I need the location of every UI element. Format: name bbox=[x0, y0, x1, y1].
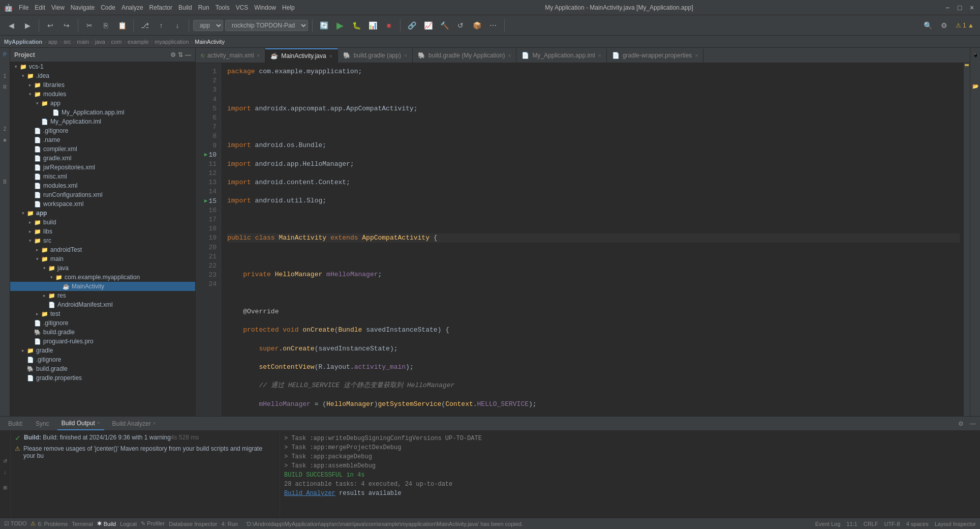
tree-item-app-idea[interactable]: ▾ 📁 app bbox=[10, 99, 195, 108]
status-position[interactable]: 11:1 bbox=[846, 521, 857, 527]
pull-button[interactable]: ↓ bbox=[170, 18, 185, 33]
scroll-end-button[interactable]: ↓ bbox=[1, 468, 9, 477]
menu-build[interactable]: Build bbox=[178, 4, 192, 11]
menu-vcs[interactable]: VCS bbox=[236, 4, 249, 11]
tree-item-root-build[interactable]: ▸ 🐘 build.gradle bbox=[10, 364, 195, 373]
status-problems[interactable]: ⚠ 6: Problems bbox=[30, 520, 68, 527]
tree-item-android-manifest[interactable]: ▸ 📄 AndroidManifest.xml bbox=[10, 300, 195, 309]
build-variants-icon[interactable]: B bbox=[1, 177, 10, 186]
coverage-button[interactable]: 📈 bbox=[421, 18, 435, 33]
tree-item-name[interactable]: ▸ 📄 .name bbox=[10, 135, 195, 144]
forward-button[interactable]: ▶ bbox=[20, 18, 35, 33]
menu-refactor[interactable]: Refactor bbox=[149, 4, 172, 11]
breadcrumb-part-app[interactable]: MyApplication bbox=[4, 39, 42, 45]
module-select[interactable]: app bbox=[193, 20, 223, 31]
menu-file[interactable]: File bbox=[19, 4, 28, 11]
panel-icon-settings[interactable]: ⚙ bbox=[170, 51, 176, 58]
emulator-icon[interactable]: 📱 bbox=[971, 50, 980, 59]
vcs-icon[interactable]: 1 bbox=[1, 71, 10, 80]
tab-sync[interactable]: Sync bbox=[32, 417, 53, 430]
vcs-button[interactable]: ⎇ bbox=[138, 18, 152, 33]
resource-manager-icon[interactable]: R bbox=[1, 82, 10, 92]
tree-item-build[interactable]: ▸ 📁 build bbox=[10, 218, 195, 227]
settings-button[interactable]: ⚙ bbox=[937, 18, 952, 33]
tab-build-gradle-project[interactable]: 🐘 build.gradle (My Application) × bbox=[413, 48, 517, 63]
redo-button[interactable]: ↪ bbox=[59, 18, 74, 33]
status-run[interactable]: 4: Run bbox=[222, 521, 238, 527]
code-editor[interactable]: 1 2 3 4 5 6 7 8 9 ▶ 10 11 12 13 14 ▶ bbox=[196, 63, 970, 416]
status-terminal[interactable]: Terminal bbox=[72, 521, 93, 527]
debug-button[interactable]: 🐛 bbox=[349, 18, 363, 33]
tree-item-gitignore1[interactable]: ▸ 📄 .gitignore bbox=[10, 126, 195, 135]
breadcrumb-part-file[interactable]: MainActivity bbox=[195, 39, 225, 45]
undo-button[interactable]: ↩ bbox=[43, 18, 57, 33]
panel-icon-expand[interactable]: ⇅ bbox=[178, 51, 183, 58]
tree-item-vcs[interactable]: ▾ 📁 vcs-1 bbox=[10, 62, 195, 71]
menu-tools[interactable]: Tools bbox=[216, 4, 230, 11]
tab-build-output[interactable]: Build Output × bbox=[57, 417, 104, 430]
vertical-scrollbar[interactable] bbox=[966, 63, 970, 416]
cut-button[interactable]: ✂ bbox=[82, 18, 97, 33]
tree-item-misc[interactable]: ▸ 📄 misc.xml bbox=[10, 172, 195, 181]
back-button[interactable]: ◀ bbox=[4, 18, 18, 33]
run-gutter-icon-15[interactable]: ▶ bbox=[204, 197, 208, 205]
tree-item-gradle-props[interactable]: ▸ 📄 gradle.properties bbox=[10, 373, 195, 383]
tree-item-gradle-xml[interactable]: ▸ 📄 gradle.xml bbox=[10, 154, 195, 163]
attach-button[interactable]: 🔗 bbox=[405, 18, 419, 33]
bottom-panel-close[interactable]: — bbox=[970, 420, 976, 427]
build-analyzer-link-text[interactable]: Build Analyzer bbox=[284, 490, 335, 497]
menu-navigate[interactable]: Navigate bbox=[71, 4, 95, 11]
bookmarks-icon[interactable]: ★ bbox=[1, 135, 10, 144]
search-everywhere-button[interactable]: 🔍 bbox=[921, 18, 935, 33]
tree-item-java-folder[interactable]: ▾ 📁 java bbox=[10, 263, 195, 273]
status-charset[interactable]: UTF-8 bbox=[884, 521, 900, 527]
tree-item-com-example[interactable]: ▾ 📁 com.example.myapplication bbox=[10, 273, 195, 282]
breadcrumb-part-java[interactable]: java bbox=[95, 39, 105, 45]
close-button[interactable]: × bbox=[968, 4, 976, 12]
tree-item-main-activity[interactable]: ▸ ☕ MainActivity bbox=[10, 282, 195, 291]
device-file-explorer-icon[interactable]: 📂 bbox=[971, 81, 980, 91]
status-layout-inspector[interactable]: Layout Inspector bbox=[935, 521, 976, 527]
deploy-button[interactable]: 📦 bbox=[470, 18, 484, 33]
tab-close-icon[interactable]: × bbox=[153, 421, 156, 426]
breadcrumb-part-src[interactable]: src bbox=[64, 39, 71, 45]
tree-item-workspace[interactable]: ▸ 📄 workspace.xml bbox=[10, 199, 195, 209]
tab-close-icon[interactable]: × bbox=[508, 53, 511, 58]
more-button[interactable]: ⋯ bbox=[486, 18, 500, 33]
run-gutter-icon[interactable]: ▶ bbox=[204, 151, 208, 159]
status-event-log[interactable]: Event Log bbox=[815, 521, 841, 527]
breadcrumb-part-module[interactable]: app bbox=[48, 39, 57, 45]
menu-analyze[interactable]: Analyze bbox=[121, 4, 143, 11]
status-indent[interactable]: 4 spaces bbox=[906, 521, 929, 527]
status-line-ending[interactable]: CRLF bbox=[864, 521, 878, 527]
menu-code[interactable]: Code bbox=[101, 4, 115, 11]
window-controls[interactable]: − □ × bbox=[943, 4, 976, 12]
refresh-button[interactable]: ↺ bbox=[453, 18, 468, 33]
status-logcat[interactable]: Logcat bbox=[120, 521, 137, 527]
profile-button[interactable]: 📊 bbox=[365, 18, 380, 33]
tab-close-icon[interactable]: × bbox=[598, 53, 601, 58]
panel-icon-collapse[interactable]: — bbox=[185, 51, 191, 58]
status-build[interactable]: ✱ Build bbox=[97, 520, 116, 527]
status-database-inspector[interactable]: Database Inspector bbox=[169, 521, 217, 527]
tree-item-main[interactable]: ▾ 📁 main bbox=[10, 254, 195, 263]
paste-button[interactable]: 📋 bbox=[115, 18, 129, 33]
tab-close-icon[interactable]: × bbox=[257, 53, 260, 58]
bottom-panel-settings[interactable]: ⚙ bbox=[958, 420, 964, 427]
tree-item-myapp-iml[interactable]: ▸ 📄 My_Application.app.iml bbox=[10, 108, 195, 117]
status-profiler[interactable]: ✎ Profiler bbox=[141, 520, 165, 527]
tab-app-iml[interactable]: 📄 My_Application.app.iml × bbox=[516, 48, 606, 63]
tab-build-analyzer[interactable]: Build Analyzer × bbox=[108, 417, 160, 430]
menu-edit[interactable]: Edit bbox=[35, 4, 45, 11]
rerun-button[interactable]: ↺ bbox=[1, 457, 9, 465]
tab-main-activity-java[interactable]: ☕ MainActivity.java × bbox=[265, 48, 338, 63]
project-icon[interactable]: P bbox=[1, 50, 10, 59]
run-button[interactable]: ▶ bbox=[333, 18, 347, 33]
tree-item-myapp-iml2[interactable]: ▸ 📄 My_Application.iml bbox=[10, 117, 195, 126]
status-todo[interactable]: ☑ TODO bbox=[4, 520, 26, 527]
tab-close-icon[interactable]: × bbox=[404, 53, 407, 58]
minimize-button[interactable]: − bbox=[943, 4, 952, 12]
copy-button[interactable]: ⎘ bbox=[99, 18, 113, 33]
menu-run[interactable]: Run bbox=[198, 4, 209, 11]
push-button[interactable]: ↑ bbox=[154, 18, 168, 33]
